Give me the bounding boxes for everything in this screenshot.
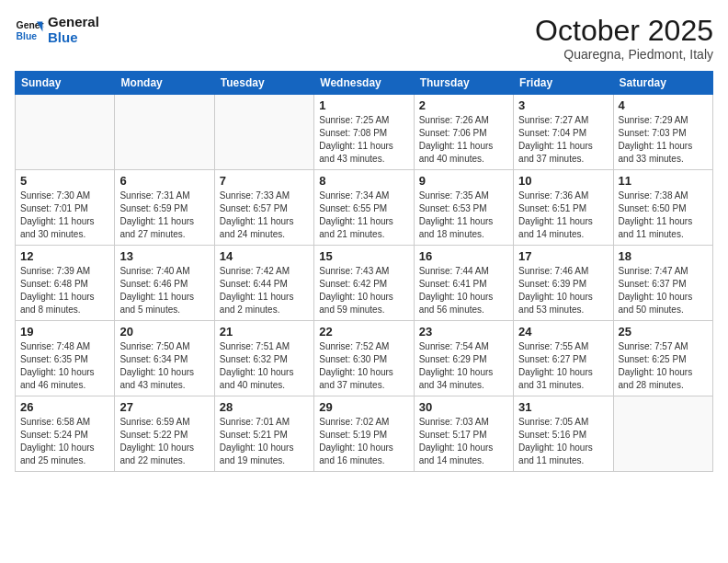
day-number: 19 [20,325,109,339]
day-info: Sunrise: 7:55 AM Sunset: 6:27 PM Dayligh… [518,340,608,392]
calendar-cell: 25Sunrise: 7:57 AM Sunset: 6:25 PM Dayli… [613,321,712,396]
day-info: Sunrise: 7:01 AM Sunset: 5:21 PM Dayligh… [220,416,309,467]
weekday-header-saturday: Saturday [613,72,712,95]
calendar-cell: 7Sunrise: 7:33 AM Sunset: 6:57 PM Daylig… [214,170,313,246]
calendar-cell: 23Sunrise: 7:54 AM Sunset: 6:29 PM Dayli… [414,321,513,396]
calendar-cell: 21Sunrise: 7:51 AM Sunset: 6:32 PM Dayli… [214,321,313,396]
day-info: Sunrise: 7:52 AM Sunset: 6:30 PM Dayligh… [319,340,408,392]
logo-icon: General Blue [15,16,44,45]
day-number: 16 [419,249,508,263]
calendar-header-row: SundayMondayTuesdayWednesdayThursdayFrid… [16,72,713,95]
calendar-cell: 24Sunrise: 7:55 AM Sunset: 6:27 PM Dayli… [514,321,613,396]
day-info: Sunrise: 7:50 AM Sunset: 6:34 PM Dayligh… [119,340,209,392]
day-number: 17 [518,249,608,263]
calendar-cell: 16Sunrise: 7:44 AM Sunset: 6:41 PM Dayli… [414,246,513,321]
day-info: Sunrise: 7:57 AM Sunset: 6:25 PM Dayligh… [619,340,708,392]
day-info: Sunrise: 7:46 AM Sunset: 6:39 PM Dayligh… [518,265,608,316]
calendar-cell: 3Sunrise: 7:27 AM Sunset: 7:04 PM Daylig… [514,95,613,170]
day-info: Sunrise: 7:31 AM Sunset: 6:59 PM Dayligh… [119,190,209,241]
calendar-cell: 22Sunrise: 7:52 AM Sunset: 6:30 PM Dayli… [314,321,414,396]
day-number: 10 [518,174,608,188]
day-info: Sunrise: 7:30 AM Sunset: 7:01 PM Dayligh… [20,190,109,241]
day-info: Sunrise: 7:47 AM Sunset: 6:37 PM Dayligh… [619,265,708,316]
logo: General Blue General Blue [15,15,99,45]
day-info: Sunrise: 7:34 AM Sunset: 6:55 PM Dayligh… [319,190,408,241]
day-number: 14 [220,249,309,263]
day-number: 26 [20,400,109,414]
day-info: Sunrise: 7:40 AM Sunset: 6:46 PM Dayligh… [119,265,209,316]
page-header: General Blue General Blue October 2025 Q… [15,15,713,62]
weekday-header-tuesday: Tuesday [214,72,313,95]
calendar-cell [115,95,214,170]
calendar-cell: 26Sunrise: 6:58 AM Sunset: 5:24 PM Dayli… [16,396,115,472]
calendar-cell: 15Sunrise: 7:43 AM Sunset: 6:42 PM Dayli… [314,246,414,321]
calendar-cell: 30Sunrise: 7:03 AM Sunset: 5:17 PM Dayli… [414,396,513,472]
day-number: 13 [119,249,209,263]
day-info: Sunrise: 7:44 AM Sunset: 6:41 PM Dayligh… [419,265,508,316]
svg-text:Blue: Blue [17,30,38,40]
location-subtitle: Quaregna, Piedmont, Italy [535,47,713,62]
day-number: 18 [619,249,708,263]
calendar-cell: 4Sunrise: 7:29 AM Sunset: 7:03 PM Daylig… [613,95,712,170]
day-info: Sunrise: 7:05 AM Sunset: 5:16 PM Dayligh… [518,416,608,467]
day-info: Sunrise: 7:02 AM Sunset: 5:19 PM Dayligh… [319,416,408,467]
day-number: 15 [319,249,408,263]
day-number: 24 [518,325,608,339]
day-number: 2 [419,98,508,112]
calendar-cell: 28Sunrise: 7:01 AM Sunset: 5:21 PM Dayli… [214,396,313,472]
day-number: 20 [119,325,209,339]
calendar-week-2: 5Sunrise: 7:30 AM Sunset: 7:01 PM Daylig… [16,170,713,246]
weekday-header-wednesday: Wednesday [314,72,414,95]
day-info: Sunrise: 7:26 AM Sunset: 7:06 PM Dayligh… [419,114,508,166]
calendar-table: SundayMondayTuesdayWednesdayThursdayFrid… [15,71,713,472]
day-number: 25 [619,325,708,339]
day-info: Sunrise: 7:29 AM Sunset: 7:03 PM Dayligh… [619,114,708,166]
day-info: Sunrise: 7:36 AM Sunset: 6:51 PM Dayligh… [518,190,608,241]
day-number: 6 [119,174,209,188]
weekday-header-thursday: Thursday [414,72,513,95]
day-number: 1 [319,98,408,112]
day-info: Sunrise: 7:39 AM Sunset: 6:48 PM Dayligh… [20,265,109,316]
calendar-cell: 9Sunrise: 7:35 AM Sunset: 6:53 PM Daylig… [414,170,513,246]
logo-general: General [48,15,99,30]
weekday-header-monday: Monday [115,72,214,95]
day-number: 27 [119,400,209,414]
calendar-week-4: 19Sunrise: 7:48 AM Sunset: 6:35 PM Dayli… [16,321,713,396]
calendar-cell: 31Sunrise: 7:05 AM Sunset: 5:16 PM Dayli… [514,396,613,472]
title-block: October 2025 Quaregna, Piedmont, Italy [535,15,713,62]
day-number: 8 [319,174,408,188]
calendar-cell: 5Sunrise: 7:30 AM Sunset: 7:01 PM Daylig… [16,170,115,246]
day-info: Sunrise: 7:51 AM Sunset: 6:32 PM Dayligh… [220,340,309,392]
calendar-cell: 20Sunrise: 7:50 AM Sunset: 6:34 PM Dayli… [115,321,214,396]
day-info: Sunrise: 7:03 AM Sunset: 5:17 PM Dayligh… [419,416,508,467]
day-number: 3 [518,98,608,112]
calendar-cell [214,95,313,170]
calendar-cell: 10Sunrise: 7:36 AM Sunset: 6:51 PM Dayli… [514,170,613,246]
calendar-cell: 18Sunrise: 7:47 AM Sunset: 6:37 PM Dayli… [613,246,712,321]
calendar-cell: 19Sunrise: 7:48 AM Sunset: 6:35 PM Dayli… [16,321,115,396]
calendar-cell: 14Sunrise: 7:42 AM Sunset: 6:44 PM Dayli… [214,246,313,321]
weekday-header-sunday: Sunday [16,72,115,95]
day-number: 5 [20,174,109,188]
day-number: 29 [319,400,408,414]
calendar-cell: 12Sunrise: 7:39 AM Sunset: 6:48 PM Dayli… [16,246,115,321]
day-number: 21 [220,325,309,339]
day-info: Sunrise: 7:35 AM Sunset: 6:53 PM Dayligh… [419,190,508,241]
calendar-cell: 6Sunrise: 7:31 AM Sunset: 6:59 PM Daylig… [115,170,214,246]
day-info: Sunrise: 7:27 AM Sunset: 7:04 PM Dayligh… [518,114,608,166]
day-number: 4 [619,98,708,112]
day-number: 7 [220,174,309,188]
calendar-cell: 1Sunrise: 7:25 AM Sunset: 7:08 PM Daylig… [314,95,414,170]
day-info: Sunrise: 6:58 AM Sunset: 5:24 PM Dayligh… [20,416,109,467]
calendar-cell: 17Sunrise: 7:46 AM Sunset: 6:39 PM Dayli… [514,246,613,321]
calendar-cell: 27Sunrise: 6:59 AM Sunset: 5:22 PM Dayli… [115,396,214,472]
day-info: Sunrise: 7:38 AM Sunset: 6:50 PM Dayligh… [619,190,708,241]
day-info: Sunrise: 7:54 AM Sunset: 6:29 PM Dayligh… [419,340,508,392]
calendar-week-5: 26Sunrise: 6:58 AM Sunset: 5:24 PM Dayli… [16,396,713,472]
day-info: Sunrise: 7:42 AM Sunset: 6:44 PM Dayligh… [220,265,309,316]
day-info: Sunrise: 7:33 AM Sunset: 6:57 PM Dayligh… [220,190,309,241]
calendar-week-3: 12Sunrise: 7:39 AM Sunset: 6:48 PM Dayli… [16,246,713,321]
day-number: 31 [518,400,608,414]
calendar-cell: 29Sunrise: 7:02 AM Sunset: 5:19 PM Dayli… [314,396,414,472]
day-info: Sunrise: 7:25 AM Sunset: 7:08 PM Dayligh… [319,114,408,166]
